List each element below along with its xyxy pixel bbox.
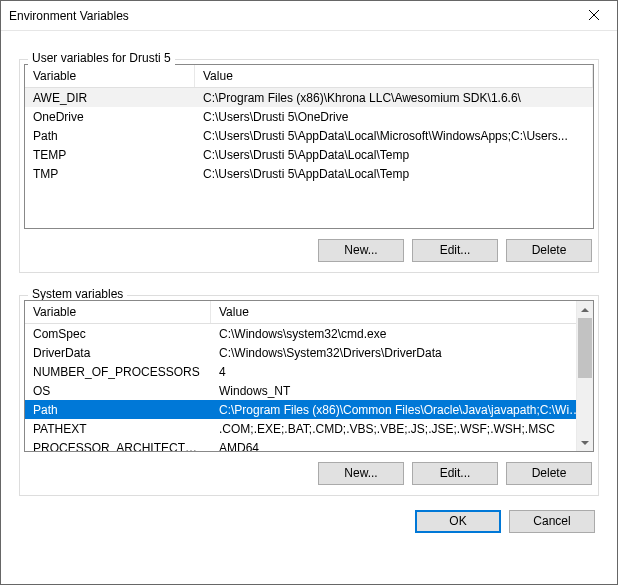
system-buttons: New... Edit... Delete: [24, 452, 594, 491]
scroll-thumb[interactable]: [578, 318, 592, 378]
system-variables-table[interactable]: Variable Value ComSpecC:\Windows\system3…: [24, 300, 594, 452]
dialog-content: User variables for Drusti 5 Variable Val…: [1, 31, 617, 584]
user-variables-group: User variables for Drusti 5 Variable Val…: [19, 59, 599, 273]
user-rows: AWE_DIRC:\Program Files (x86)\Khrona LLC…: [25, 88, 593, 228]
cell-variable: PROCESSOR_ARCHITECTURE: [25, 440, 211, 452]
cell-value: C:\Program Files (x86)\Khrona LLC\Awesom…: [195, 90, 593, 106]
cell-variable: OneDrive: [25, 109, 195, 125]
cancel-button[interactable]: Cancel: [509, 510, 595, 533]
ok-button[interactable]: OK: [415, 510, 501, 533]
cell-value: 4: [211, 364, 593, 380]
table-row[interactable]: NUMBER_OF_PROCESSORS4: [25, 362, 593, 381]
system-new-button[interactable]: New...: [318, 462, 404, 485]
close-button[interactable]: [571, 1, 617, 31]
user-buttons: New... Edit... Delete: [24, 229, 594, 268]
user-variables-label: User variables for Drusti 5: [28, 51, 175, 65]
system-rows: ComSpecC:\Windows\system32\cmd.exeDriver…: [25, 324, 593, 451]
dialog-footer: OK Cancel: [19, 500, 599, 537]
table-row[interactable]: OneDriveC:\Users\Drusti 5\OneDrive: [25, 107, 593, 126]
cell-value: C:\Program Files (x86)\Common Files\Orac…: [211, 402, 593, 418]
table-row[interactable]: AWE_DIRC:\Program Files (x86)\Khrona LLC…: [25, 88, 593, 107]
environment-variables-dialog: Environment Variables User variables for…: [0, 0, 618, 585]
user-new-button[interactable]: New...: [318, 239, 404, 262]
user-variables-table[interactable]: Variable Value AWE_DIRC:\Program Files (…: [24, 64, 594, 229]
svg-marker-2: [581, 308, 589, 312]
table-row[interactable]: TMPC:\Users\Drusti 5\AppData\Local\Temp: [25, 164, 593, 183]
system-variables-group: System variables Variable Value ComSpecC…: [19, 295, 599, 496]
user-delete-button[interactable]: Delete: [506, 239, 592, 262]
scrollbar[interactable]: [576, 301, 593, 451]
cell-variable: PATHEXT: [25, 421, 211, 437]
cell-variable: Path: [25, 128, 195, 144]
scroll-up-icon[interactable]: [577, 301, 593, 318]
table-row[interactable]: OSWindows_NT: [25, 381, 593, 400]
window-title: Environment Variables: [9, 9, 129, 23]
cell-value: Windows_NT: [211, 383, 593, 399]
cell-variable: Path: [25, 402, 211, 418]
table-row[interactable]: TEMPC:\Users\Drusti 5\AppData\Local\Temp: [25, 145, 593, 164]
titlebar[interactable]: Environment Variables: [1, 1, 617, 31]
cell-value: C:\Users\Drusti 5\AppData\Local\Temp: [195, 166, 593, 182]
scroll-down-icon[interactable]: [577, 434, 593, 451]
cell-variable: DriverData: [25, 345, 211, 361]
cell-variable: OS: [25, 383, 211, 399]
table-row[interactable]: DriverDataC:\Windows\System32\Drivers\Dr…: [25, 343, 593, 362]
column-value[interactable]: Value: [211, 301, 593, 323]
cell-variable: TEMP: [25, 147, 195, 163]
cell-value: C:\Users\Drusti 5\OneDrive: [195, 109, 593, 125]
cell-value: C:\Users\Drusti 5\AppData\Local\Temp: [195, 147, 593, 163]
svg-marker-3: [581, 441, 589, 445]
system-variables-label: System variables: [28, 287, 127, 301]
user-edit-button[interactable]: Edit...: [412, 239, 498, 262]
cell-variable: ComSpec: [25, 326, 211, 342]
table-row[interactable]: PROCESSOR_ARCHITECTUREAMD64: [25, 438, 593, 451]
close-icon: [589, 9, 599, 23]
cell-variable: AWE_DIR: [25, 90, 195, 106]
column-variable[interactable]: Variable: [25, 65, 195, 87]
column-variable[interactable]: Variable: [25, 301, 211, 323]
table-row[interactable]: PATHEXT.COM;.EXE;.BAT;.CMD;.VBS;.VBE;.JS…: [25, 419, 593, 438]
cell-variable: NUMBER_OF_PROCESSORS: [25, 364, 211, 380]
system-edit-button[interactable]: Edit...: [412, 462, 498, 485]
column-value[interactable]: Value: [195, 65, 593, 87]
table-row[interactable]: PathC:\Program Files (x86)\Common Files\…: [25, 400, 593, 419]
table-header: Variable Value: [25, 301, 593, 324]
cell-variable: TMP: [25, 166, 195, 182]
table-row[interactable]: PathC:\Users\Drusti 5\AppData\Local\Micr…: [25, 126, 593, 145]
cell-value: C:\Users\Drusti 5\AppData\Local\Microsof…: [195, 128, 593, 144]
table-row[interactable]: ComSpecC:\Windows\system32\cmd.exe: [25, 324, 593, 343]
cell-value: C:\Windows\System32\Drivers\DriverData: [211, 345, 593, 361]
cell-value: AMD64: [211, 440, 593, 452]
system-delete-button[interactable]: Delete: [506, 462, 592, 485]
table-header: Variable Value: [25, 65, 593, 88]
cell-value: .COM;.EXE;.BAT;.CMD;.VBS;.VBE;.JS;.JSE;.…: [211, 421, 593, 437]
cell-value: C:\Windows\system32\cmd.exe: [211, 326, 593, 342]
